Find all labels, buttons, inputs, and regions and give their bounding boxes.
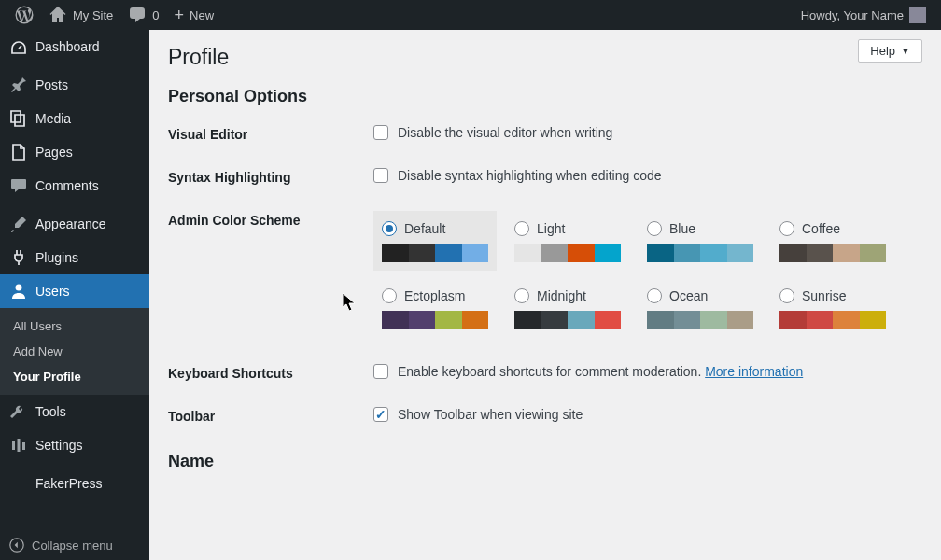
toolbar-text: Show Toolbar when viewing site bbox=[398, 407, 583, 422]
swatches bbox=[779, 244, 886, 262]
color-scheme-label: Admin Color Scheme bbox=[168, 211, 373, 228]
color-scheme-midnight[interactable]: Midnight bbox=[506, 278, 629, 338]
swatches bbox=[514, 244, 621, 262]
sidebar-item-label: Dashboard bbox=[35, 39, 100, 54]
comments-link[interactable]: 0 bbox=[120, 0, 166, 30]
scheme-name: Default bbox=[404, 221, 445, 236]
row-syntax: Syntax Highlighting Disable syntax highl… bbox=[168, 168, 922, 185]
avatar bbox=[909, 7, 926, 23]
color-scheme-coffee[interactable]: Coffee bbox=[771, 211, 894, 271]
submenu-item-all-users[interactable]: All Users bbox=[0, 314, 149, 339]
scheme-name: Coffee bbox=[802, 221, 840, 236]
sidebar-item-posts[interactable]: Posts bbox=[0, 68, 149, 102]
pin-icon bbox=[9, 76, 28, 94]
wordpress-icon bbox=[15, 6, 34, 24]
syntax-checkbox[interactable] bbox=[373, 168, 388, 183]
toolbar-checkbox[interactable] bbox=[373, 407, 388, 422]
swatches bbox=[647, 311, 753, 329]
sidebar-item-plugins[interactable]: Plugins bbox=[0, 241, 149, 274]
sidebar-item-dashboard[interactable]: Dashboard bbox=[0, 30, 149, 63]
submenu-item-your-profile[interactable]: Your Profile bbox=[0, 364, 149, 389]
sidebar-item-label: Posts bbox=[35, 77, 68, 92]
sidebar-item-tools[interactable]: Tools bbox=[0, 395, 149, 428]
collapse-menu[interactable]: Collapse menu bbox=[0, 530, 149, 560]
plus-icon: + bbox=[175, 6, 185, 25]
admin-sidebar: DashboardPostsMediaPagesCommentsAppearan… bbox=[0, 30, 149, 560]
admin-toolbar: My Site 0 + New Howdy, Your Name bbox=[0, 0, 941, 30]
section-name: Name bbox=[168, 452, 922, 471]
radio[interactable] bbox=[382, 288, 397, 303]
keyboard-checkbox[interactable] bbox=[373, 364, 388, 379]
wp-logo[interactable] bbox=[7, 0, 41, 30]
swatches bbox=[514, 311, 621, 329]
sidebar-item-label: FakerPress bbox=[35, 476, 103, 491]
color-scheme-ectoplasm[interactable]: Ectoplasm bbox=[373, 278, 497, 338]
page-title: Profile bbox=[168, 45, 922, 70]
more-info-link[interactable]: More information bbox=[705, 364, 803, 379]
site-name: My Site bbox=[73, 8, 113, 22]
radio[interactable] bbox=[514, 221, 529, 236]
collapse-label: Collapse menu bbox=[32, 539, 113, 553]
scheme-name: Sunrise bbox=[802, 288, 846, 303]
content-area: Help ▼ Profile Personal Options Visual E… bbox=[149, 30, 941, 560]
collapse-icon bbox=[9, 538, 24, 553]
settings-icon bbox=[9, 436, 28, 455]
sidebar-item-media[interactable]: Media bbox=[0, 102, 149, 135]
radio[interactable] bbox=[779, 221, 794, 236]
sidebar-item-fakerpress[interactable]: FakerPress bbox=[0, 467, 149, 500]
scheme-name: Light bbox=[537, 221, 565, 236]
sidebar-item-label: Plugins bbox=[35, 250, 78, 265]
section-personal-options: Personal Options bbox=[168, 87, 922, 106]
submenu-users: All UsersAdd NewYour Profile bbox=[0, 308, 149, 395]
scheme-name: Ocean bbox=[669, 288, 708, 303]
row-keyboard: Keyboard Shortcuts Enable keyboard short… bbox=[168, 364, 922, 381]
home-icon bbox=[49, 6, 67, 24]
row-color-scheme: Admin Color Scheme DefaultLightBlueCoffe… bbox=[168, 211, 922, 338]
sidebar-item-label: Pages bbox=[35, 145, 73, 160]
svg-rect-2 bbox=[18, 439, 21, 452]
color-scheme-light[interactable]: Light bbox=[506, 211, 629, 271]
sidebar-item-label: Media bbox=[35, 111, 71, 126]
pages-icon bbox=[9, 143, 28, 161]
svg-rect-1 bbox=[12, 441, 15, 450]
syntax-label: Syntax Highlighting bbox=[168, 168, 373, 185]
plug-icon bbox=[9, 248, 28, 267]
color-scheme-blue[interactable]: Blue bbox=[639, 211, 762, 271]
sidebar-item-label: Tools bbox=[35, 404, 66, 419]
radio[interactable] bbox=[779, 288, 794, 303]
radio[interactable] bbox=[647, 221, 662, 236]
sidebar-item-pages[interactable]: Pages bbox=[0, 135, 149, 169]
sidebar-item-users[interactable]: Users bbox=[0, 274, 149, 308]
sidebar-item-settings[interactable]: Settings bbox=[0, 428, 149, 462]
visual-editor-text: Disable the visual editor when writing bbox=[398, 125, 612, 140]
new-link[interactable]: + New bbox=[167, 0, 222, 30]
brush-icon bbox=[9, 215, 28, 233]
visual-editor-checkbox[interactable] bbox=[373, 125, 388, 140]
comment-icon bbox=[9, 176, 28, 195]
color-scheme-sunrise[interactable]: Sunrise bbox=[771, 278, 894, 338]
color-scheme-ocean[interactable]: Ocean bbox=[639, 278, 762, 338]
svg-rect-3 bbox=[22, 442, 25, 450]
visual-editor-label: Visual Editor bbox=[168, 125, 373, 142]
radio[interactable] bbox=[647, 288, 662, 303]
new-label: New bbox=[190, 8, 214, 22]
sidebar-item-label: Comments bbox=[35, 178, 99, 193]
row-toolbar: Toolbar Show Toolbar when viewing site bbox=[168, 407, 922, 424]
svg-point-0 bbox=[16, 285, 22, 291]
keyboard-label: Keyboard Shortcuts bbox=[168, 364, 373, 381]
dashboard-icon bbox=[9, 37, 28, 56]
sidebar-item-appearance[interactable]: Appearance bbox=[0, 207, 149, 241]
radio[interactable] bbox=[514, 288, 529, 303]
chevron-down-icon: ▼ bbox=[901, 46, 910, 56]
syntax-text: Disable syntax highlighting when editing… bbox=[398, 168, 662, 183]
help-button[interactable]: Help ▼ bbox=[858, 39, 922, 63]
howdy-text: Howdy, Your Name bbox=[801, 8, 904, 22]
radio[interactable] bbox=[382, 221, 397, 236]
sidebar-item-comments[interactable]: Comments bbox=[0, 169, 149, 203]
site-link[interactable]: My Site bbox=[41, 0, 120, 30]
submenu-item-add-new[interactable]: Add New bbox=[0, 339, 149, 364]
swatches bbox=[382, 311, 488, 329]
color-scheme-default[interactable]: Default bbox=[373, 211, 497, 271]
user-menu[interactable]: Howdy, Your Name bbox=[794, 0, 934, 30]
comment-icon bbox=[128, 6, 147, 24]
